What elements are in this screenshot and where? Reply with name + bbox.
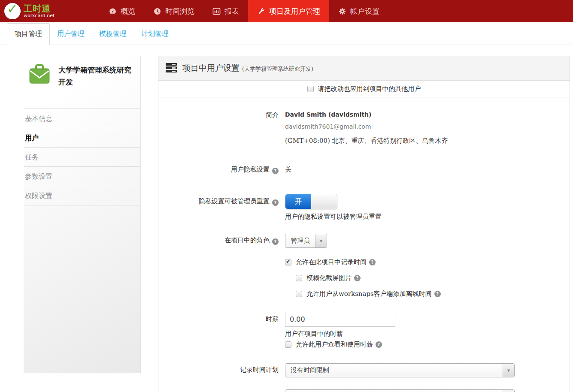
role-select-value: 管理员 <box>285 234 315 247</box>
nav-item-label: 帐户设置 <box>350 6 379 16</box>
time-plan-select-value: 没有时间限制 <box>285 364 503 377</box>
server-stack-icon <box>166 63 177 73</box>
nav-item-overview[interactable]: 概览 <box>100 0 144 22</box>
user-timezone: (GMT+08:00) 北京、重庆、香港特别行政区、乌鲁木齐 <box>285 137 448 145</box>
nav-item-label: 报表 <box>224 6 239 16</box>
help-icon[interactable] <box>272 168 279 174</box>
user-settings-form: 简介 David Smith (davidsmith) davidsmith76… <box>158 97 570 392</box>
rate-visible-label: 允许此用户查看和使用时薪 <box>296 341 373 349</box>
allow-logging-row: 允许在此项目中记录时间 <box>285 258 570 266</box>
nav-item-time-browse[interactable]: 时间浏览 <box>144 0 203 22</box>
help-icon[interactable] <box>369 259 376 265</box>
page-subtitle: (大学学籍管理系统研究开发) <box>242 64 313 73</box>
time-plan-row: 记录时间计划 没有时间限制 <box>158 363 570 377</box>
tab-user-management[interactable]: 用户管理 <box>50 24 92 45</box>
project-sidebar: 大学学籍管理系统研究开发 基本信息 用户 任务 参数设置 权限设置 <box>24 56 141 373</box>
offline-from-client-row: 允许用户从worksnaps客户端添加离线时间 <box>296 290 570 298</box>
privacy-reset-label: 隐私设置可被管理员重置 <box>158 194 279 221</box>
hourly-rate-input[interactable] <box>285 312 395 327</box>
nav-item-reports[interactable]: 报表 <box>203 0 248 22</box>
user-settings-panel: 项目中用户设置 (大学学籍管理系统研究开发) 请把改动也应用到项目中的其他用户 … <box>158 56 570 392</box>
user-email: davidsmith7601@gmail.com <box>285 123 448 130</box>
clock-icon <box>153 7 161 15</box>
role-select[interactable]: 管理员 <box>285 234 327 248</box>
offline-from-client-checkbox[interactable] <box>296 291 302 297</box>
privacy-row: 用户隐私设置 关 <box>158 166 570 174</box>
hourly-rate-caption: 用户在项目中的时薪 <box>285 330 395 338</box>
app-logo[interactable]: 工时通 workcard.net <box>0 0 73 22</box>
blur-screenshot-checkbox[interactable] <box>296 275 302 281</box>
allow-logging-label: 允许在此项目中记录时间 <box>296 258 367 266</box>
tab-plan-management[interactable]: 计划管理 <box>134 24 176 45</box>
time-plan-select[interactable]: 没有时间限制 <box>285 363 515 377</box>
hourly-rate-label: 时薪 <box>158 312 279 349</box>
help-icon[interactable] <box>434 291 441 297</box>
help-icon[interactable] <box>272 199 279 206</box>
apply-to-all-label: 请把改动也应用到项目中的其他用户 <box>318 85 421 93</box>
logo-clock-check-icon <box>4 3 21 19</box>
panel-header: 项目中用户设置 (大学学籍管理系统研究开发) <box>158 56 570 81</box>
sidebar-item-users[interactable]: 用户 <box>24 128 140 148</box>
wrench-icon <box>257 7 265 15</box>
role-row: 在项目中的角色 管理员 <box>158 234 570 248</box>
privacy-reset-row: 隐私设置可被管理员重置 开 用户的隐私设置可以被管理员重置 <box>158 194 570 221</box>
nav-item-label: 时间浏览 <box>165 6 194 16</box>
offline-rule-label: 手动添加离线时间规则 <box>158 389 279 392</box>
logo-subtitle: workcard.net <box>24 13 55 18</box>
help-icon[interactable] <box>376 341 382 348</box>
logo-title: 工时通 <box>24 4 55 13</box>
privacy-value: 关 <box>279 166 291 174</box>
privacy-reset-toggle[interactable]: 开 <box>285 194 337 209</box>
blur-screenshot-row: 模糊化截屏图片 <box>296 274 570 282</box>
tab-project-management[interactable]: 项目管理 <box>7 23 50 45</box>
profile-row: 简介 David Smith (davidsmith) davidsmith76… <box>158 111 570 145</box>
rate-visible-checkbox[interactable] <box>285 341 291 348</box>
help-icon[interactable] <box>272 238 279 245</box>
offline-rule-select[interactable]: 用户总是可以添加离线时间段 <box>285 389 515 392</box>
gear-icon <box>338 7 346 15</box>
privacy-label: 用户隐私设置 <box>158 166 279 174</box>
blur-screenshot-label: 模糊化截屏图片 <box>306 274 352 282</box>
tab-template-management[interactable]: 模板管理 <box>92 24 134 45</box>
nav-item-label: 概览 <box>121 6 135 16</box>
sidebar-item-basic-info[interactable]: 基本信息 <box>24 109 140 128</box>
page-title: 项目中用户设置 <box>182 63 240 74</box>
section-tabbar: 项目管理 用户管理 模板管理 计划管理 <box>0 22 573 45</box>
profile-label: 简介 <box>158 111 279 145</box>
project-title: 大学学籍管理系统研究开发 <box>58 63 137 103</box>
nav-item-project-user-management[interactable]: 项目及用户管理 <box>248 0 329 22</box>
apply-to-all-row: 请把改动也应用到项目中的其他用户 <box>158 81 570 97</box>
bar-chart-icon <box>212 7 221 15</box>
briefcase-icon <box>28 63 51 86</box>
apply-to-all-checkbox[interactable] <box>307 86 314 92</box>
nav-item-label: 项目及用户管理 <box>269 6 320 16</box>
toggle-on-segment[interactable]: 开 <box>285 194 311 209</box>
chevron-down-icon[interactable] <box>315 234 327 247</box>
offline-rule-row: 手动添加离线时间规则 用户总是可以添加离线时间段 <box>158 389 570 392</box>
allow-logging-checkbox[interactable] <box>285 259 291 265</box>
user-full-name: David Smith (davidsmith) <box>285 111 448 118</box>
help-icon[interactable] <box>354 275 361 281</box>
top-navbar: 工时通 workcard.net 概览 时间浏览 报表 项目及用 <box>0 0 573 22</box>
project-header: 大学学籍管理系统研究开发 <box>24 56 140 109</box>
sidebar-item-tasks[interactable]: 任务 <box>24 148 140 167</box>
role-label: 在项目中的角色 <box>158 234 279 248</box>
nav-item-account-settings[interactable]: 帐户设置 <box>329 0 388 22</box>
toggle-off-segment[interactable] <box>311 194 337 209</box>
privacy-reset-caption: 用户的隐私设置可以被管理员重置 <box>285 213 382 221</box>
time-plan-label: 记录时间计划 <box>158 363 279 377</box>
sidebar-item-permission-settings[interactable]: 权限设置 <box>24 186 140 205</box>
offline-rule-select-value: 用户总是可以添加离线时间段 <box>285 390 503 392</box>
chevron-down-icon[interactable] <box>503 364 514 377</box>
rate-visible-row: 允许此用户查看和使用时薪 <box>285 341 395 349</box>
sidebar-item-parameter-settings[interactable]: 参数设置 <box>24 167 140 186</box>
offline-from-client-label: 允许用户从worksnaps客户端添加离线时间 <box>306 290 432 298</box>
project-menu: 基本信息 用户 任务 参数设置 权限设置 <box>24 109 140 205</box>
chevron-down-icon[interactable] <box>503 390 514 392</box>
main-nav: 概览 时间浏览 报表 项目及用户管理 帐户设置 <box>100 0 388 22</box>
hourly-rate-row: 时薪 用户在项目中的时薪 允许此用户查看和使用时薪 <box>158 312 570 349</box>
gauge-icon <box>109 7 117 15</box>
